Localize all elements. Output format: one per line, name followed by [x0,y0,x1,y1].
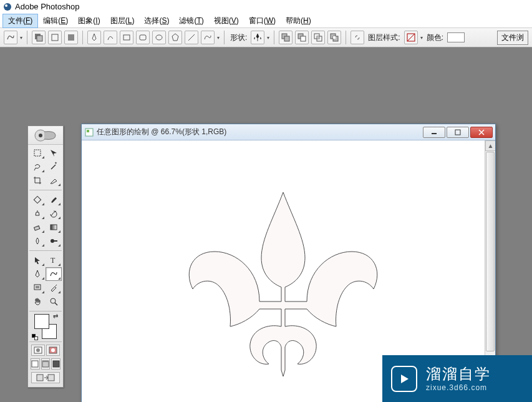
document-titlebar[interactable]: 任意图形的绘制 @ 66.7%(形状 1,RGB) [82,124,495,140]
menu-window[interactable]: 窗口(W) [244,14,281,27]
swap-colors-icon[interactable]: ⇄ [53,313,58,320]
shape-label: 形状: [230,32,247,43]
fullscreen-menubar-icon[interactable] [41,358,51,370]
svg-rect-17 [317,36,319,39]
svg-rect-4 [52,34,58,41]
slice-tool-icon[interactable] [46,174,62,187]
fleur-de-lis-shape [168,180,399,380]
lasso-tool-icon[interactable] [29,160,46,174]
eyedropper-tool-icon[interactable] [46,281,62,295]
svg-line-22 [407,34,415,41]
magic-wand-tool-icon[interactable] [46,160,62,174]
menu-view[interactable]: 视图(V) [209,14,244,27]
maximize-button[interactable] [447,127,469,138]
shape-exclude-icon[interactable] [327,31,341,44]
workspace: T ⇄ [0,47,532,402]
svg-point-8 [156,35,162,40]
pen-tool-icon[interactable] [87,31,101,44]
toolbox: T ⇄ [27,125,64,388]
svg-rect-27 [34,196,41,203]
path-selection-tool-icon[interactable] [29,253,46,267]
eraser-tool-icon[interactable] [29,220,46,234]
menu-select[interactable]: 选择(S) [139,14,174,27]
svg-rect-42 [32,361,38,367]
type-tool-icon[interactable]: T [46,253,62,267]
hand-tool-icon[interactable] [29,295,46,308]
svg-rect-46 [37,375,43,381]
app-title: Adobe Photoshop [15,2,79,11]
ellipse-shape-icon[interactable] [152,31,166,44]
rectangle-shape-icon[interactable] [120,31,133,44]
scroll-up-icon[interactable]: ▲ [485,140,495,151]
blur-tool-icon[interactable] [29,234,46,248]
svg-rect-29 [51,225,57,230]
svg-rect-28 [34,226,40,230]
svg-rect-45 [53,361,59,367]
watermark-brand: 溜溜自学 [426,365,491,383]
shape-preview-fleur-icon[interactable] [251,31,264,44]
shape-add-icon[interactable] [279,31,293,44]
fill-pixels-mode-icon[interactable] [64,31,78,44]
layer-style-none-icon[interactable] [404,31,418,44]
clone-stamp-tool-icon[interactable] [29,207,46,220]
custom-shape-tool-icon[interactable] [4,31,17,44]
rounded-rect-shape-icon[interactable] [136,31,150,44]
jump-to-imageready-icon[interactable] [31,372,60,383]
healing-brush-tool-icon[interactable] [29,193,46,207]
shape-subtract-icon[interactable] [295,31,309,44]
menu-layer[interactable]: 图层(L) [105,14,140,27]
svg-rect-6 [123,35,130,40]
history-brush-tool-icon[interactable] [46,207,62,220]
color-label: 颜色: [427,32,443,43]
document-icon [84,127,94,137]
svg-marker-54 [401,375,409,383]
menu-image[interactable]: 图象(I) [73,14,105,27]
svg-point-30 [51,239,54,243]
paths-mode-icon[interactable] [48,31,62,44]
freeform-pen-icon[interactable] [104,31,117,44]
watermark-domain: zixue.3d66.com [426,383,491,392]
move-tool-icon[interactable] [46,146,62,160]
crop-tool-icon[interactable] [29,174,46,187]
zoom-tool-icon[interactable] [46,295,62,308]
menu-filter[interactable]: 滤镜(T) [174,14,208,27]
shape-intersect-icon[interactable] [311,31,325,44]
notes-tool-icon[interactable] [29,281,46,295]
file-browse-button[interactable]: 文件浏 [497,31,528,45]
menu-bar: 文件(F) 编辑(E) 图象(I) 图层(L) 选择(S) 滤镜(T) 视图(V… [0,14,532,27]
svg-point-1 [5,4,7,7]
quickmask-mode-icon[interactable] [46,345,60,356]
minimize-button[interactable] [423,127,445,138]
svg-rect-12 [284,36,289,41]
standard-mode-icon[interactable] [31,345,45,356]
menu-edit[interactable]: 编辑(E) [38,14,73,27]
svg-rect-44 [42,361,49,362]
brush-tool-icon[interactable] [46,193,62,207]
color-swatch[interactable] [447,32,465,42]
document-title: 任意图形的绘制 @ 66.7%(形状 1,RGB) [97,127,226,137]
svg-point-36 [51,298,56,303]
foreground-background-colors[interactable]: ⇄ [32,313,59,340]
fullscreen-icon[interactable] [51,358,60,370]
close-button[interactable] [470,127,493,138]
svg-rect-33 [34,285,41,290]
svg-rect-14 [301,36,306,41]
vertical-scroll-thumb[interactable] [486,152,495,351]
line-shape-icon[interactable] [185,31,198,44]
standard-screen-icon[interactable] [31,358,40,370]
foreground-color-swatch[interactable] [34,314,49,329]
watermark: 溜溜自学 zixue.3d66.com [382,355,532,402]
marquee-tool-icon[interactable] [29,146,46,160]
custom-shape-icon[interactable] [201,31,215,44]
pen-tool-icon[interactable] [29,267,46,281]
dodge-tool-icon[interactable] [46,234,62,248]
default-colors-icon[interactable] [32,334,38,340]
link-icon[interactable] [351,31,364,44]
gradient-tool-icon[interactable] [46,220,62,234]
svg-rect-3 [37,36,42,41]
menu-help[interactable]: 帮助(H) [281,14,316,27]
menu-file[interactable]: 文件(F) [2,14,38,28]
shape-layers-mode-icon[interactable] [32,31,46,44]
polygon-shape-icon[interactable] [168,31,182,44]
custom-shape-tool-selected-icon[interactable] [46,267,62,281]
